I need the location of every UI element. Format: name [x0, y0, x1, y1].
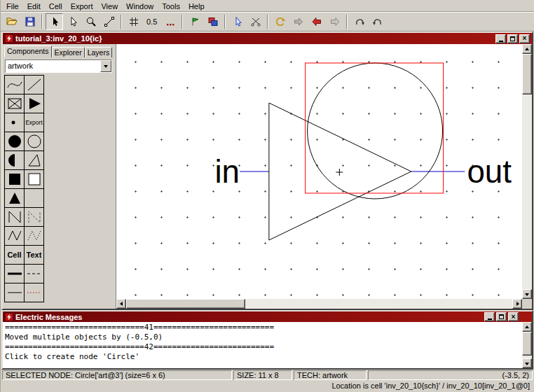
messages-minimize-button[interactable] — [484, 312, 495, 321]
output-label[interactable]: out — [467, 153, 512, 190]
input-label[interactable]: in — [214, 153, 240, 190]
vertical-scroll-thumb[interactable] — [522, 54, 532, 94]
electric-logo-icon — [5, 313, 13, 321]
alignment-button[interactable] — [161, 13, 179, 30]
technology-dropdown[interactable]: artwork — [5, 59, 112, 73]
half-circle-icon — [6, 152, 23, 169]
cursor-arrow-icon — [49, 16, 60, 27]
messages-maximize-button[interactable] — [496, 312, 507, 321]
palette-empty-cell[interactable] — [25, 189, 43, 207]
go-back-button[interactable] — [350, 13, 368, 30]
messages-scroll-down-button[interactable] — [522, 358, 532, 368]
messages-scroll-up-button[interactable] — [522, 322, 532, 332]
menu-edit[interactable]: Edit — [23, 1, 45, 11]
canvas-horizontal-scrollbar[interactable] — [116, 299, 532, 309]
edit-canvas[interactable]: in out — [116, 44, 522, 299]
messages-scroll-track[interactable] — [522, 332, 532, 358]
palette-thick-line[interactable] — [5, 265, 24, 283]
messages-scroll-thumb[interactable] — [522, 332, 532, 356]
menu-view[interactable]: View — [97, 1, 122, 11]
palette-crossed-box[interactable] — [5, 94, 24, 113]
messages-titlebar[interactable]: Electric Messages × — [3, 312, 532, 322]
palette-zigzag-solid[interactable] — [5, 208, 24, 226]
menu-help[interactable]: Help — [184, 1, 209, 11]
palette-circle[interactable] — [25, 132, 43, 150]
zoom-mode-button[interactable] — [82, 13, 100, 30]
gray-right-arrow-icon — [329, 16, 341, 27]
messages-window-title: Electric Messages — [15, 313, 82, 321]
menu-file[interactable]: File — [2, 1, 23, 11]
scroll-down-button[interactable] — [522, 289, 532, 299]
palette-half-circle[interactable] — [5, 151, 24, 169]
palette-text-node[interactable]: Text — [25, 246, 43, 264]
messages-vertical-scrollbar[interactable] — [522, 322, 532, 368]
red-dots-icon — [165, 16, 176, 27]
expand-button[interactable] — [289, 13, 307, 30]
tool-options-button[interactable] — [204, 13, 221, 30]
messages-log[interactable]: ==============================41========… — [3, 322, 522, 368]
circle-outline-icon — [26, 133, 43, 150]
pan-mode-button[interactable] — [64, 13, 81, 30]
palette-box[interactable] — [25, 170, 43, 188]
menu-cell[interactable]: Cell — [45, 1, 67, 11]
layers-boxes-icon — [207, 16, 219, 27]
palette-zigzag-open[interactable] — [5, 227, 24, 245]
edit-window-title: tutorial_3:inv_20_10{ic} — [15, 34, 102, 43]
palette-opened-polygon[interactable] — [25, 76, 43, 94]
arrow-left-icon — [118, 302, 123, 306]
arc-left-icon — [354, 16, 365, 27]
open-library-button[interactable] — [3, 13, 20, 30]
messages-close-button[interactable]: × — [508, 312, 519, 321]
canvas-vertical-scrollbar[interactable] — [522, 44, 532, 299]
edit-options-button[interactable] — [186, 13, 203, 30]
palette-thin-line[interactable] — [5, 284, 24, 302]
minimize-icon — [499, 36, 503, 42]
select-mode-button[interactable] — [46, 13, 63, 30]
tab-layers[interactable]: Layers — [85, 47, 113, 57]
minimize-button[interactable] — [495, 34, 506, 43]
palette-export[interactable]: Export — [25, 113, 43, 132]
maximize-button[interactable] — [507, 34, 518, 43]
palette-dotted-line-red[interactable] — [25, 284, 43, 302]
tab-explorer[interactable]: Explorer — [52, 47, 85, 57]
scroll-up-button[interactable] — [522, 44, 532, 54]
edit-window-titlebar[interactable]: tutorial_3:inv_20_10{ic} × — [3, 33, 532, 44]
rotate-button[interactable] — [271, 13, 289, 30]
toolbar-separator — [346, 15, 348, 29]
palette-dashed-line[interactable] — [25, 265, 43, 283]
palette-zigzag-dashed[interactable] — [25, 208, 43, 226]
palette-filled-circle[interactable] — [5, 132, 24, 150]
palette-arrow[interactable] — [25, 94, 43, 113]
palette-zigzag-dotted[interactable] — [25, 227, 43, 245]
cut-button[interactable] — [247, 13, 264, 30]
close-button[interactable]: × — [519, 34, 530, 43]
dropdown-arrow-button[interactable] — [100, 60, 111, 72]
scroll-right-button[interactable] — [512, 299, 522, 309]
scroll-left-button[interactable] — [116, 299, 126, 309]
grid-spacing-label[interactable]: 0.5 — [143, 18, 160, 26]
menu-window[interactable]: Window — [122, 1, 158, 11]
inverter-triangle[interactable] — [269, 103, 411, 240]
redo-button[interactable] — [326, 13, 343, 30]
horizontal-scroll-track[interactable] — [126, 299, 512, 309]
grid-toggle-button[interactable] — [125, 13, 142, 30]
menu-export[interactable]: Export — [67, 1, 97, 11]
wiring-mode-button[interactable] — [100, 13, 118, 30]
tab-components[interactable]: Components — [4, 46, 52, 57]
edit-window: tutorial_3:inv_20_10{ic} × Components Ex… — [1, 31, 533, 310]
palette-filled-triangle[interactable] — [5, 189, 24, 207]
menu-tools[interactable]: Tools — [158, 1, 184, 11]
palette-triangle-outline[interactable] — [25, 151, 43, 169]
white-box-icon — [26, 171, 43, 188]
palette-cell-node[interactable]: Cell — [5, 246, 24, 264]
arrow-up-icon — [525, 323, 529, 328]
palette-spline[interactable] — [5, 76, 24, 94]
vertical-scroll-track[interactable] — [522, 54, 532, 289]
undo-button[interactable] — [308, 13, 325, 30]
go-forward-button[interactable] — [369, 13, 386, 30]
select-objects-button[interactable] — [228, 13, 246, 30]
horizontal-scroll-thumb[interactable] — [126, 299, 245, 309]
palette-filled-box[interactable] — [5, 170, 24, 188]
save-library-button[interactable] — [21, 13, 39, 30]
palette-pin[interactable] — [5, 113, 24, 132]
